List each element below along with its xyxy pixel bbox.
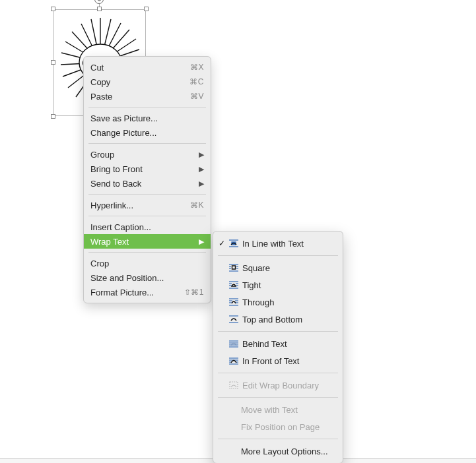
submenu-item-label: Square [241, 263, 336, 273]
resize-handle-top-right[interactable] [144, 7, 149, 11]
submenu-item-in-line-with-text[interactable]: ✓ In Line with Text [213, 235, 343, 252]
menu-item-label: Insert Caption... [90, 222, 151, 232]
submenu-item-fix-position: Fix Position on Page [213, 418, 343, 435]
context-menu: Cut ⌘X Copy ⌘C Paste ⌘V Save as Picture.… [83, 56, 211, 303]
submenu-item-label: Fix Position on Page [217, 422, 336, 432]
menu-item-shortcut: ⌘C [189, 77, 204, 86]
menu-separator [88, 107, 206, 108]
menu-item-shortcut: ⌘V [190, 92, 204, 101]
wrap-inline-icon [226, 239, 241, 248]
menu-item-label: Bring to Front [90, 164, 143, 174]
wrap-infront-icon [226, 356, 241, 365]
menu-item-label: Hyperlink... [90, 201, 133, 210]
submenu-item-tight[interactable]: Tight [213, 276, 343, 293]
menu-item-copy[interactable]: Copy ⌘C [84, 75, 211, 89]
menu-item-cut[interactable]: Cut ⌘X [84, 60, 211, 75]
menu-separator [88, 143, 206, 144]
wrap-top-bottom-icon [226, 315, 241, 324]
menu-item-crop[interactable]: Crop [84, 256, 211, 270]
submenu-item-label: Through [241, 297, 336, 307]
resize-handle-top-middle[interactable] [97, 7, 102, 11]
submenu-item-edit-wrap-boundary: Edit Wrap Boundary [213, 377, 343, 394]
checkmark-icon: ✓ [217, 239, 226, 248]
submenu-arrow-icon: ▶ [199, 179, 204, 188]
menu-separator [88, 252, 206, 253]
resize-handle-middle-left[interactable] [51, 60, 55, 65]
menu-item-label: Crop [90, 259, 109, 268]
submenu-item-behind-text[interactable]: Behind Text [213, 335, 343, 352]
submenu-arrow-icon: ▶ [199, 165, 204, 173]
wrap-text-submenu: ✓ In Line with Text Square Tight Through… [213, 231, 343, 463]
submenu-item-top-and-bottom[interactable]: Top and Bottom [213, 311, 343, 328]
menu-item-label: Send to Back [90, 179, 141, 189]
menu-item-label: Size and Position... [90, 273, 164, 283]
menu-item-shortcut: ⌘K [190, 201, 204, 210]
resize-handle-top-left[interactable] [51, 7, 55, 11]
menu-item-label: Format Picture... [90, 288, 154, 297]
submenu-item-in-front-of-text[interactable]: In Front of Text [213, 352, 343, 369]
submenu-item-label: Move with Text [217, 405, 336, 415]
menu-item-bring-to-front[interactable]: Bring to Front ▶ [84, 162, 211, 176]
menu-item-wrap-text[interactable]: Wrap Text ▶ [84, 234, 211, 249]
menu-separator [218, 255, 338, 256]
menu-item-shortcut: ⌘X [190, 63, 204, 72]
menu-item-label: Copy [90, 77, 110, 87]
submenu-item-label: In Line with Text [241, 239, 336, 249]
menu-item-label: Save as Picture... [90, 113, 158, 123]
menu-item-format-picture[interactable]: Format Picture... ⇧⌘1 [84, 285, 211, 299]
menu-item-insert-caption[interactable]: Insert Caption... [84, 220, 211, 234]
menu-item-size-position[interactable]: Size and Position... [84, 270, 211, 285]
wrap-square-icon [226, 263, 241, 272]
menu-separator [218, 439, 338, 439]
menu-separator [218, 331, 338, 332]
submenu-item-label: Behind Text [241, 339, 336, 349]
menu-item-paste[interactable]: Paste ⌘V [84, 89, 211, 104]
submenu-item-label: Edit Wrap Boundary [241, 381, 336, 390]
submenu-item-move-with-text: Move with Text [213, 401, 343, 418]
submenu-item-more-layout-options[interactable]: More Layout Options... [213, 443, 343, 460]
menu-item-label: Paste [90, 92, 112, 102]
submenu-item-label: More Layout Options... [217, 447, 336, 456]
wrap-through-icon [226, 297, 241, 307]
submenu-item-label: Tight [241, 280, 336, 290]
submenu-item-label: In Front of Text [241, 356, 336, 366]
menu-item-send-to-back[interactable]: Send to Back ▶ [84, 176, 211, 191]
menu-separator [218, 373, 338, 373]
menu-item-label: Wrap Text [90, 237, 129, 247]
menu-item-change-picture[interactable]: Change Picture... [84, 125, 211, 140]
menu-item-group[interactable]: Group ▶ [84, 147, 211, 162]
menu-separator [218, 397, 338, 398]
wrap-edit-boundary-icon [226, 381, 241, 390]
submenu-arrow-icon: ▶ [199, 237, 204, 246]
wrap-behind-icon [226, 339, 241, 348]
submenu-item-square[interactable]: Square [213, 259, 343, 276]
menu-item-label: Change Picture... [90, 128, 156, 138]
submenu-arrow-icon: ▶ [199, 150, 204, 159]
submenu-item-label: Top and Bottom [241, 315, 336, 324]
menu-separator [88, 194, 206, 195]
menu-item-shortcut: ⇧⌘1 [184, 288, 204, 297]
menu-item-label: Group [90, 150, 114, 160]
menu-separator [88, 216, 206, 216]
menu-item-save-as-picture[interactable]: Save as Picture... [84, 111, 211, 125]
resize-handle-bottom-left[interactable] [51, 114, 55, 119]
submenu-item-through[interactable]: Through [213, 293, 343, 311]
menu-item-hyperlink[interactable]: Hyperlink... ⌘K [84, 198, 211, 212]
menu-item-label: Cut [90, 63, 104, 73]
wrap-tight-icon [226, 280, 241, 290]
